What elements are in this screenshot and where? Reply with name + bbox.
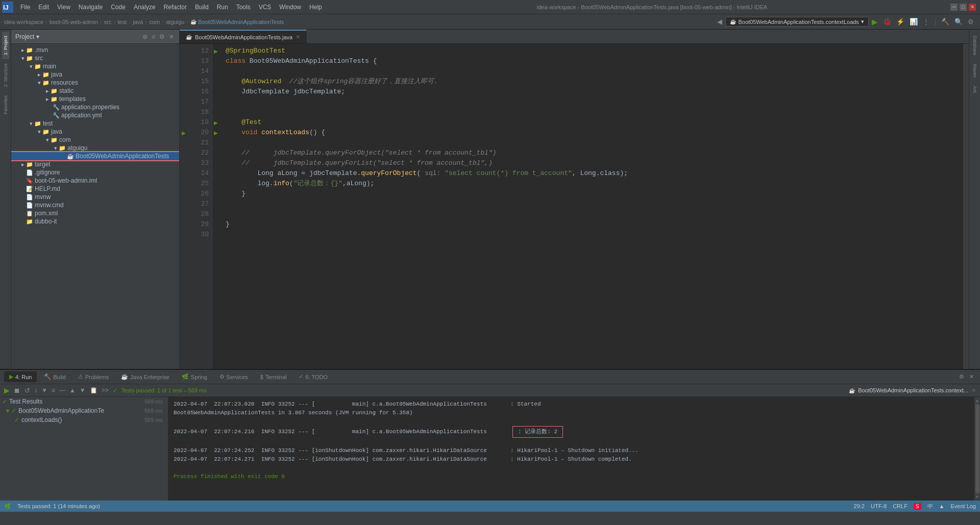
rerun-button[interactable]: ▶ xyxy=(4,386,10,394)
line-separator-label[interactable]: CRLF xyxy=(893,503,908,509)
tab-build[interactable]: 🔨 Build xyxy=(39,371,70,382)
gutter-run-test-20[interactable]: ▶ xyxy=(212,128,219,138)
tab-problems[interactable]: ⚠ Problems xyxy=(73,371,114,382)
sidebar-item-maven[interactable]: Maven xyxy=(971,60,978,82)
menu-vcs[interactable]: VCS xyxy=(255,3,276,12)
stop-button[interactable]: ⏹ xyxy=(14,387,20,394)
next-result-button[interactable]: ▼ xyxy=(80,387,86,394)
gutter-run-20[interactable]: ▶ xyxy=(180,128,188,138)
breadcrumb-workspace[interactable]: idea-workspace xyxy=(4,19,43,25)
breadcrumb-atguigu[interactable]: atguigu xyxy=(166,19,184,25)
editor-tab-boot05[interactable]: ☕ Boot05WebAdminApplicationTests.java ✕ xyxy=(180,30,307,43)
run-config-dropdown-icon[interactable]: ▾ xyxy=(861,18,864,25)
breadcrumb-com[interactable]: com xyxy=(149,19,160,25)
maximize-button[interactable]: □ xyxy=(960,4,967,11)
run-panel-close-icon[interactable]: ✕ xyxy=(967,372,976,381)
search-everywhere-button[interactable]: 🔍 xyxy=(952,17,965,27)
tab-close-button[interactable]: ✕ xyxy=(296,34,300,40)
sidebar-item-ant[interactable]: Ant xyxy=(971,82,978,97)
tree-item-app-properties[interactable]: ▸ 🔧 application.properties xyxy=(11,103,179,111)
gutter-run-test-19[interactable]: ▶ xyxy=(212,117,219,128)
scroll-down-button[interactable]: ▼ xyxy=(975,494,979,499)
filter-tests-button[interactable]: ▼ xyxy=(41,387,47,394)
menu-analyze[interactable]: Analyze xyxy=(130,3,160,12)
tree-item-resources[interactable]: ▾ 📁 resources xyxy=(11,79,179,87)
menu-file[interactable]: File xyxy=(16,3,34,12)
menu-tools[interactable]: Tools xyxy=(232,3,255,12)
tree-item-pom[interactable]: ▸ 📋 pom.xml xyxy=(11,209,179,217)
close-button[interactable]: ✕ xyxy=(969,4,976,11)
sidebar-item-favorites[interactable]: Favorites xyxy=(2,91,9,118)
collapse-tests-button[interactable]: — xyxy=(59,387,65,394)
scroll-thumb[interactable] xyxy=(975,404,979,493)
tree-item-mvnw[interactable]: ▸ 📄 mvnw xyxy=(11,193,179,201)
sort-tests-button[interactable]: ↕ xyxy=(34,387,37,394)
tree-item-mvn[interactable]: ▸ 📁 .mvn xyxy=(11,46,179,54)
menu-build[interactable]: Build xyxy=(191,3,213,12)
sidebar-item-database[interactable]: Database xyxy=(971,32,978,60)
menu-navigate[interactable]: Navigate xyxy=(75,3,107,12)
debug-button[interactable]: 🐞 xyxy=(881,17,893,27)
breadcrumb-test[interactable]: test xyxy=(118,19,127,25)
menu-run[interactable]: Run xyxy=(213,3,232,12)
tab-services[interactable]: ⚙ Services xyxy=(214,371,253,382)
rerun-failed-button[interactable]: ↺ xyxy=(24,387,30,394)
settings-button[interactable]: ⚙ xyxy=(966,17,976,27)
tab-terminal[interactable]: $ Terminal xyxy=(255,372,292,382)
tree-item-mvnwcmd[interactable]: ▸ 📄 mvnw.cmd xyxy=(11,201,179,209)
menu-view[interactable]: View xyxy=(53,3,75,12)
more-run-options[interactable]: ⋮ xyxy=(921,17,932,27)
tree-item-main[interactable]: ▾ 📁 main xyxy=(11,62,179,70)
tree-item-static[interactable]: ▸ 📁 static xyxy=(11,87,179,95)
collapse-all-icon[interactable]: ≡ xyxy=(151,32,156,41)
encoding-label[interactable]: UTF-8 xyxy=(871,503,887,509)
run-with-coverage-button[interactable]: ⚡ xyxy=(894,17,906,27)
more-test-options[interactable]: >> xyxy=(102,387,109,394)
tab-run[interactable]: ▶ 4: Run xyxy=(4,371,37,382)
breadcrumb-java[interactable]: java xyxy=(133,19,143,25)
tree-item-src[interactable]: ▾ 📁 src xyxy=(11,54,179,62)
log-output-panel[interactable]: 2022-04-07 22:07:23.020 INFO 33252 --- [… xyxy=(168,397,974,501)
tree-item-com[interactable]: ▾ 📁 com xyxy=(11,136,179,144)
menu-edit[interactable]: Edit xyxy=(34,3,53,12)
settings-icon[interactable]: ⚙ xyxy=(158,32,166,41)
close-panel-icon[interactable]: ✕ xyxy=(168,32,175,41)
tree-item-dubbo[interactable]: ▸ 📁 dubbo-it xyxy=(11,217,179,226)
run-panel-settings-icon[interactable]: ⚙ xyxy=(957,372,966,381)
run-button[interactable]: ▶ xyxy=(870,16,880,28)
menu-help[interactable]: Help xyxy=(305,3,326,12)
tree-item-help[interactable]: ▸ 📝 HELP.md xyxy=(11,185,179,193)
sidebar-item-structure[interactable]: 2: Structure xyxy=(2,59,9,91)
tree-item-test[interactable]: ▾ 📁 test xyxy=(11,119,179,128)
code-editor[interactable]: @SpringBootTest class Boot05WebAdminAppl… xyxy=(219,44,963,369)
breadcrumb-class[interactable]: ☕ Boot05WebAdminApplicationTests xyxy=(190,19,284,25)
profile-button[interactable]: 📊 xyxy=(908,17,920,27)
test-suite-item[interactable]: ▾ ✓ Boot05WebAdminApplicationTe 569 ms xyxy=(0,406,168,415)
tree-item-atguigu[interactable]: ▾ 📁 atguigu xyxy=(11,144,179,152)
menu-refactor[interactable]: Refactor xyxy=(160,3,191,12)
tree-item-test-java[interactable]: ▾ 📁 java xyxy=(11,128,179,136)
tree-item-templates[interactable]: ▸ 📁 templates xyxy=(11,95,179,103)
gutter-run-test-12[interactable]: ▶ xyxy=(212,46,219,56)
tree-item-boot05-test[interactable]: ▸ ☕ Boot05WebAdminApplicationTests xyxy=(11,152,179,160)
prev-result-button[interactable]: ▲ xyxy=(69,387,76,394)
tab-java-enterprise[interactable]: ☕ Java Enterprise xyxy=(116,371,174,382)
build-button[interactable]: 🔨 xyxy=(939,17,951,27)
breadcrumb-module[interactable]: boot-05-web-admin xyxy=(50,19,98,25)
event-log-label[interactable]: Event Log xyxy=(950,503,976,509)
tab-todo[interactable]: ✓ 6: TODO xyxy=(293,371,333,382)
tree-item-iml[interactable]: ▸ 🔖 boot-05-web-admin.iml xyxy=(11,177,179,185)
scroll-up-button[interactable]: ▲ xyxy=(975,398,979,403)
code-area[interactable]: ▶ 12 13 14 15 16 17 18 19 xyxy=(180,44,969,369)
tree-item-target[interactable]: ▸ 📁 target xyxy=(11,160,179,168)
locate-file-icon[interactable]: ⊕ xyxy=(141,32,149,41)
run-config-selector[interactable]: ☕ Boot05WebAdminApplicationTests.context… xyxy=(725,17,868,27)
tab-spring[interactable]: 🌿 Spring xyxy=(177,371,212,382)
export-results-button[interactable]: 📋 xyxy=(90,387,97,394)
minimize-button[interactable]: ─ xyxy=(950,4,958,11)
tree-item-app-yml[interactable]: ▸ 🔧 application.yml xyxy=(11,111,179,119)
test-case-item[interactable]: ✓ contextLoads() 569 ms xyxy=(0,415,168,424)
sidebar-item-project[interactable]: 1: Project xyxy=(2,32,9,59)
breadcrumb-src[interactable]: src xyxy=(104,19,112,25)
expand-tests-button[interactable]: ≡ xyxy=(52,387,55,394)
